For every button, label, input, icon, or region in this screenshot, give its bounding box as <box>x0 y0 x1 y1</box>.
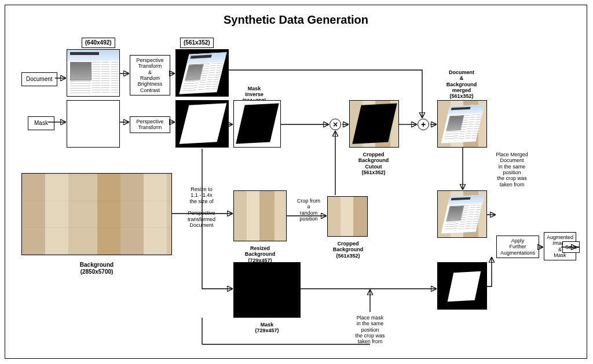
size-label-doc-pt: (561x352) <box>180 38 214 48</box>
thumb-mask-original <box>67 100 120 148</box>
thumb-merged-placed <box>437 190 487 238</box>
thumb-resized-bg <box>233 190 287 241</box>
label-place-mask: Place mask in the same position the crop… <box>347 313 393 347</box>
row-label-document: Document <box>21 72 57 86</box>
label-resize-note: Resize to 1.1 - 1.4x the size of Perspec… <box>179 185 224 230</box>
op-perspective: Perspective Transform <box>130 116 170 133</box>
thumb-bg-cutout <box>349 100 399 148</box>
label-doc-bg-merged: Document & Background merged (561x352) <box>440 68 484 101</box>
label-background-big: Background (2850x5700) <box>62 260 131 277</box>
diagram-title: Synthetic Data Generation <box>5 13 587 27</box>
op-multiply: × <box>330 119 341 130</box>
label-crop-note: Crop from a random position <box>292 196 325 223</box>
thumb-doc-bg-merged <box>437 100 487 148</box>
op-add: + <box>418 119 429 130</box>
box-apply-augmentations: Apply Further Augmentations <box>496 236 539 258</box>
thumb-mask-skewed <box>175 100 229 148</box>
box-save: Save <box>562 241 580 253</box>
thumb-document-skewed <box>175 49 229 97</box>
thumb-mask-inverse <box>233 100 281 148</box>
op-perspective-brightness: Perspective Transform & Random Brightnes… <box>130 55 170 95</box>
label-mask-729: Mask (729x457) <box>248 320 285 336</box>
thumb-mask-729 <box>233 262 301 318</box>
label-place-merged: Place Merged Document in the same positi… <box>489 150 535 189</box>
thumb-background-big <box>21 173 172 255</box>
size-label-doc-in: (640x492) <box>82 38 115 48</box>
thumb-cropped-bg <box>327 196 368 237</box>
label-bg-cutout: Cropped Background Cutout (561x352) <box>353 150 394 177</box>
label-cropped-bg: Cropped Background (561x352) <box>326 239 370 260</box>
row-label-mask: Mask <box>28 116 54 130</box>
thumb-document-original <box>67 49 120 97</box>
diagram-frame: Synthetic Data Generation (640x492) (561… <box>5 5 587 359</box>
thumb-mask-placed <box>437 262 487 310</box>
